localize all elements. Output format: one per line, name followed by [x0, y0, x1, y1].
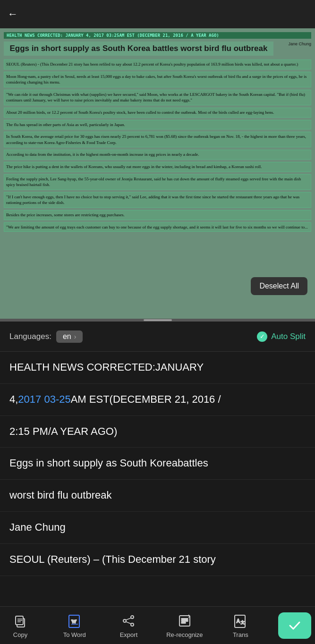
ocr-line-3: Eggs in short supply as South Koreabattl… — [0, 448, 315, 480]
doc-para-8: Feeling the supply pinch, Lee Sang-hyup,… — [4, 174, 311, 190]
doc-para-3: About 20 million birds, or 12.2 percent … — [4, 108, 311, 118]
top-bar: ← — [0, 0, 315, 28]
to-word-tool[interactable]: W To Word — [58, 612, 91, 638]
re-recognize-tool[interactable]: Re-recognize — [166, 612, 203, 638]
copy-label: Copy — [13, 631, 27, 638]
confirm-button[interactable] — [278, 612, 311, 639]
copy-tool[interactable]: Copy — [4, 612, 37, 638]
ocr-line-0: HEALTH NEWS CORRECTED:JANUARY — [0, 352, 315, 384]
export-icon — [120, 612, 137, 629]
current-language: en — [63, 332, 71, 341]
back-button[interactable]: ← — [8, 8, 18, 20]
trans-label: Trans — [233, 631, 248, 638]
svg-text:A: A — [237, 619, 240, 624]
languages-bar: Languages: en › ✓ Auto Split — [0, 322, 315, 352]
chevron-right-icon: › — [74, 333, 77, 340]
ocr-line-2: 2:15 PM/A YEAR AGO) — [0, 416, 315, 448]
doc-para-1: Moon Hong-nam, a pastry chef in Seoul, n… — [4, 72, 311, 87]
doc-para-0: SEOUL (Reuters) - (This December 21 stor… — [4, 59, 311, 69]
doc-para-10: Besides the price increases, some stores… — [4, 210, 311, 220]
language-badge[interactable]: en › — [56, 330, 83, 343]
doc-para-9: "If I can't have enough eggs, then I hav… — [4, 192, 311, 208]
ocr-line-5: Jane Chung — [0, 512, 315, 544]
main-content: Languages: en › ✓ Auto Split HEALTH NEWS… — [0, 322, 315, 614]
to-word-label: To Word — [63, 631, 86, 638]
trans-tool[interactable]: A 文 Trans — [224, 612, 257, 638]
doc-title: Eggs in short supply as South Korea batt… — [4, 42, 273, 56]
ocr-line-6: SEOUL (Reuters) – (This December 21 stor… — [0, 544, 315, 576]
doc-para-4: The flu has spread in other parts of Asi… — [4, 120, 311, 130]
svg-line-11 — [126, 618, 131, 620]
svg-line-12 — [126, 622, 131, 624]
document-image-area: HEALTH NEWS CORRECTED: JANUARY 4, 2017 0… — [0, 28, 315, 319]
doc-para-6: According to data from the institution, … — [4, 150, 311, 160]
export-label: Export — [120, 631, 138, 638]
copy-icon — [12, 612, 29, 629]
to-word-icon: W — [66, 612, 83, 629]
doc-byline: Jane Chung — [273, 42, 311, 46]
language-selector[interactable]: Languages: en › — [9, 330, 83, 343]
doc-para-11: "We are limiting the amount of egg trays… — [4, 222, 311, 232]
doc-para-7: The price hike is putting a dent in the … — [4, 162, 311, 172]
auto-split-label: Auto Split — [271, 332, 306, 341]
scroll-thumb — [144, 319, 172, 321]
ocr-text-blue-1: 2017 03-25 — [18, 393, 70, 405]
doc-para-5: In South Korea, the average retail price… — [4, 132, 311, 147]
auto-split-check-icon: ✓ — [257, 331, 267, 342]
trans-icon: A 文 — [232, 612, 249, 629]
re-recognize-icon — [176, 612, 193, 629]
svg-point-10 — [131, 623, 134, 626]
ocr-line-4: worst bird flu outbreak — [0, 480, 315, 512]
export-tool[interactable]: Export — [112, 612, 145, 638]
ocr-text-area: HEALTH NEWS CORRECTED:JANUARY 4,2017 03-… — [0, 352, 315, 576]
languages-label: Languages: — [9, 332, 51, 341]
svg-point-9 — [131, 616, 134, 619]
scanned-document: HEALTH NEWS CORRECTED: JANUARY 4, 2017 0… — [0, 28, 315, 319]
svg-rect-15 — [181, 620, 188, 621]
ocr-text-normal-1a: 4, — [9, 393, 18, 405]
ocr-line-1: 4,2017 03-25AM EST(DECEMBER 21, 2016 / — [0, 384, 315, 416]
svg-rect-14 — [181, 619, 188, 619]
doc-header: HEALTH NEWS CORRECTED: JANUARY 4, 2017 0… — [4, 32, 311, 39]
deselect-all-button[interactable]: Deselect All — [251, 277, 307, 295]
doc-para-2: "We can ride it out through Christmas wi… — [4, 90, 311, 105]
svg-text:W: W — [71, 619, 77, 624]
checkmark-icon: ✓ — [260, 333, 265, 340]
svg-text:文: 文 — [241, 620, 245, 625]
ocr-text-normal-1b: AM EST(DECEMBER 21, 2016 / — [71, 393, 221, 405]
re-recognize-label: Re-recognize — [166, 631, 203, 638]
svg-point-8 — [123, 619, 126, 622]
bottom-toolbar: Copy W To Word Export — [0, 606, 315, 644]
auto-split-toggle[interactable]: ✓ Auto Split — [257, 331, 306, 342]
svg-rect-16 — [181, 622, 186, 623]
